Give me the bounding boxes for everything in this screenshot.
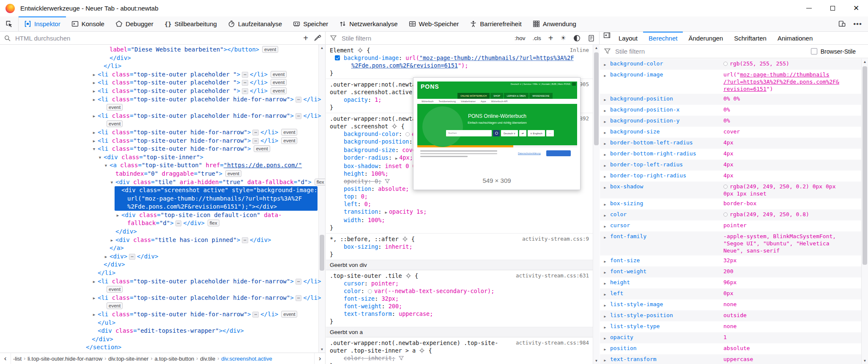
computed-property-row[interactable]: ▶height96px <box>600 277 861 288</box>
expand-arrow[interactable]: ▶ <box>91 87 97 96</box>
computed-property-row[interactable]: ▶border-top-left-radius4px <box>600 160 861 171</box>
css-property-value[interactable]: opacity 1s; <box>389 208 427 215</box>
event-badge[interactable]: event <box>254 145 270 152</box>
markup-node[interactable]: </div> <box>0 335 325 344</box>
expand-arrow[interactable]: ▶ <box>600 211 610 219</box>
css-property-value[interactable]: 4px; <box>399 154 413 161</box>
computed-property-value[interactable]: 4px <box>723 139 733 147</box>
expand-arrow[interactable]: ▶ <box>91 71 97 79</box>
add-node-button[interactable]: + <box>303 34 308 42</box>
event-badge[interactable]: event <box>225 170 241 177</box>
computed-property-name[interactable]: height <box>610 279 723 287</box>
css-property-value[interactable]: 100%; <box>371 170 389 177</box>
expand-arrow[interactable]: ▶ <box>600 60 610 68</box>
expand-arrow[interactable]: ▼ <box>91 145 97 154</box>
overridden-filter-icon[interactable] <box>385 179 390 184</box>
css-property-value[interactable]: pointer; <box>371 280 399 287</box>
color-swatch[interactable] <box>368 289 372 293</box>
sidebar-tab-berechnet[interactable]: Berechnet <box>643 32 683 44</box>
markup-node[interactable]: <div class="screenshot active" style="ba… <box>0 186 325 211</box>
selector-highlighter-icon[interactable] <box>406 273 411 278</box>
markup-node[interactable]: ▼<li class="top-site-outer hide-for-narr… <box>0 145 325 153</box>
computed-property-row[interactable]: ▶text-transformuppercase <box>600 354 861 364</box>
computed-property-row[interactable]: ▶background-sizecover <box>600 127 861 138</box>
computed-property-value[interactable]: 1 <box>723 334 727 342</box>
devtools-menu-button[interactable]: ••• <box>853 20 862 28</box>
inline-ellipsis-badge[interactable]: ⋯ <box>242 88 248 94</box>
computed-property-value[interactable]: 0px <box>723 290 733 298</box>
css-declaration[interactable]: color: var(--newtab-text-secondary-color… <box>326 287 599 295</box>
computed-property-row[interactable]: ▶background-position0% 0% <box>600 94 861 105</box>
css-selector[interactable]: } <box>326 318 599 325</box>
devtools-tab-konsole[interactable]: Konsole <box>66 16 110 31</box>
markup-node[interactable]: ▼<div class="tile" aria-hidden="true" da… <box>0 178 325 187</box>
computed-property-name[interactable]: border-top-left-radius <box>610 161 723 169</box>
computed-property-value[interactable]: url("moz-page-thumb://thumbnails/?url=ht… <box>723 71 839 92</box>
markup-node[interactable]: ▼<a class="top-site-button" href="https:… <box>0 161 325 178</box>
markup-line[interactable]: </a> <box>0 244 325 253</box>
css-url-link[interactable]: %2Fde.pons.com%2F&revision=6151 <box>351 62 458 69</box>
markup-line[interactable]: </div> <box>0 261 325 269</box>
css-selector[interactable]: } <box>326 69 599 77</box>
css-property-name[interactable]: font-size <box>344 295 375 302</box>
markup-node[interactable]: </a> <box>0 244 325 253</box>
devtools-tab-webspeicher[interactable]: Web-Speicher <box>403 16 465 31</box>
computed-property-name[interactable]: cursor <box>610 222 723 230</box>
markup-line[interactable]: ▶<li class="top-site-outer hide-for-narr… <box>0 137 325 145</box>
css-property-name[interactable]: background-position <box>344 138 409 145</box>
css-url-link[interactable]: "moz-page-thumb://thumbnails/?url=https%… <box>419 54 574 61</box>
css-property-name[interactable]: height <box>344 170 364 177</box>
flex-badge[interactable]: flex <box>208 220 219 226</box>
print-simulation-icon[interactable] <box>588 35 595 42</box>
event-badge[interactable]: event <box>262 46 278 53</box>
scroll-up-arrow[interactable]: ▲ <box>593 45 600 51</box>
scroll-up-arrow[interactable]: ▲ <box>862 59 868 65</box>
stylesheet-link[interactable]: activity-stream.css:984 <box>516 339 589 347</box>
css-property-name[interactable]: box-shadow <box>344 163 378 169</box>
devtools-tab-laufzeitanalyse[interactable]: Laufzeitanalyse <box>222 16 288 31</box>
expand-arrow[interactable]: ▶ <box>91 137 97 146</box>
markup-line[interactable]: %2Fde.pons.com%2F&revision=6151");"></di… <box>0 203 325 211</box>
selector-highlighter-icon[interactable] <box>358 48 363 53</box>
breadcrumb-item[interactable]: -list <box>11 356 24 362</box>
markup-line[interactable]: <div class="screenshot active" style="ba… <box>0 186 325 195</box>
computed-property-row[interactable]: ▶list-style-positionoutside <box>600 310 861 321</box>
breadcrumb-item[interactable]: div.tile <box>198 356 217 362</box>
markup-node[interactable]: ▶<li class="top-site-outer hide-for-narr… <box>0 137 325 145</box>
inline-ellipsis-badge[interactable]: ⋯ <box>252 130 259 136</box>
expand-arrow[interactable]: ▶ <box>600 301 610 309</box>
breadcrumb-item[interactable]: a.top-site-button <box>152 356 196 362</box>
computed-property-row[interactable]: ▶list-style-typenone <box>600 321 861 332</box>
computed-property-value[interactable]: uppercase <box>723 356 753 364</box>
event-badge[interactable]: event <box>107 104 123 111</box>
expand-arrow[interactable]: ▶ <box>600 139 610 147</box>
css-property-name[interactable]: width <box>344 217 361 223</box>
markup-line[interactable]: event <box>0 285 325 294</box>
css-declaration[interactable]: transition: ▶opacity 1s; <box>326 208 599 216</box>
markup-node[interactable]: </li> <box>0 62 325 71</box>
responsive-design-mode-icon[interactable] <box>838 20 846 27</box>
css-property-value[interactable]: 200; <box>389 303 403 310</box>
declaration-checkbox[interactable] <box>335 55 340 60</box>
markup-line[interactable]: url("moz-page-thumb://thumbnails/?url=ht… <box>0 195 325 203</box>
markup-line[interactable]: fallback="d">⋯</div>flex <box>0 219 325 228</box>
markup-line[interactable]: </li> <box>0 62 325 71</box>
computed-property-value[interactable]: rgb(255, 255, 255) <box>723 60 789 68</box>
markup-node[interactable]: ▶<li class="top-site-outer placeholder h… <box>0 277 325 294</box>
computed-property-row[interactable]: ▶box-sizingborder-box <box>600 198 861 209</box>
css-property-name[interactable]: transition <box>344 208 378 215</box>
markup-line[interactable]: </div> <box>0 54 325 62</box>
css-property-value[interactable]: inherit; <box>385 243 413 250</box>
eyedropper-icon[interactable] <box>314 35 321 42</box>
class-toggle[interactable]: .cls <box>533 35 541 41</box>
event-badge[interactable]: event <box>107 286 123 293</box>
markup-line[interactable]: ▶<li class="top-site-outer placeholder h… <box>0 112 325 120</box>
computed-property-value[interactable]: 0% 0% <box>723 95 740 103</box>
inline-ellipsis-badge[interactable]: ⋯ <box>252 138 259 144</box>
computed-property-value[interactable]: absolute <box>723 345 750 353</box>
breadcrumb-item[interactable]: li.top-site-outer.hide-for-narrow <box>25 356 104 362</box>
markup-node[interactable]: ▶<li class="top-site-outer placeholder "… <box>0 71 325 79</box>
computed-property-name[interactable]: font-size <box>610 257 723 265</box>
computed-property-row[interactable]: ▶list-style-imagenone <box>600 299 861 310</box>
expand-arrow[interactable]: ▶ <box>91 129 97 137</box>
